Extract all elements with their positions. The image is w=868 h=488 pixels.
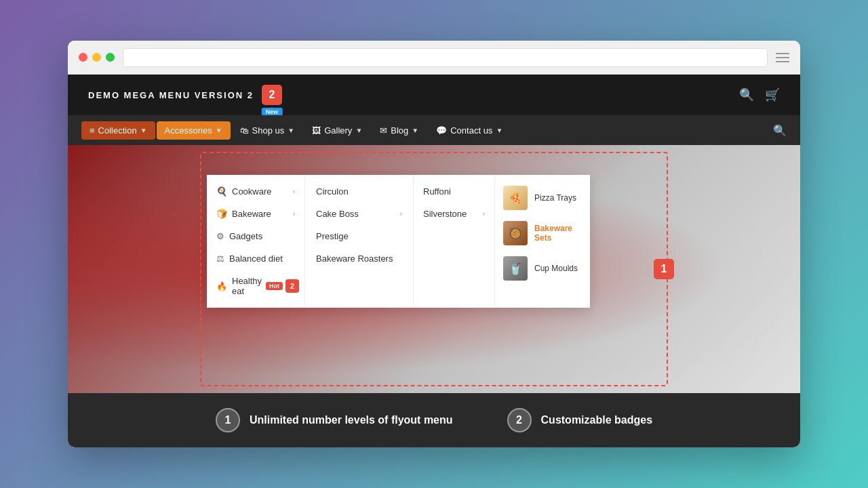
gallery-icon: 🖼 bbox=[312, 125, 321, 136]
balanced-diet-label: Balanced diet bbox=[229, 253, 283, 264]
nav-search-icon[interactable]: 🔍 bbox=[773, 124, 787, 137]
contact-icon: 💬 bbox=[436, 125, 447, 136]
nav-item-accessories[interactable]: Accessories ▼ bbox=[157, 121, 231, 140]
feature-num-1: 1 bbox=[216, 408, 240, 432]
balanced-diet-icon: ⚖ bbox=[216, 253, 224, 264]
circulon-label: Circulon bbox=[316, 186, 349, 197]
chevron-down-icon: ▼ bbox=[412, 127, 418, 134]
browser-chrome bbox=[68, 41, 800, 75]
nav-accessories-label: Accessories bbox=[165, 125, 212, 136]
nav-gallery-label: Gallery bbox=[324, 125, 352, 136]
bakeware-roasters-label: Bakeware Roasters bbox=[316, 253, 393, 264]
menu-col-categories: 🍳 Cookware ‹ 🍞 Bakeware › bbox=[207, 175, 305, 308]
feature-item-2: 2 Customizable badges bbox=[507, 408, 652, 432]
menu-item-silverstone[interactable]: Silverstone › bbox=[414, 203, 494, 225]
minimize-button[interactable] bbox=[92, 53, 101, 62]
menu-col-subbrands: Ruffoni Silverstone › bbox=[414, 175, 495, 308]
nav-item-collection[interactable]: ≡ Collection ▼ bbox=[81, 121, 155, 140]
menu-item-circulon[interactable]: Circulon bbox=[305, 180, 413, 203]
menu-item-prestige[interactable]: Prestige bbox=[305, 225, 413, 247]
nav-shopus-label: Shop us bbox=[252, 125, 285, 136]
nav-blog-label: Blog bbox=[391, 125, 408, 136]
bakeware-icon: 🍞 bbox=[216, 209, 227, 219]
chevron-right-icon: › bbox=[293, 210, 295, 218]
bakeware-label: Bakeware bbox=[232, 209, 271, 219]
cup-moulds-thumbnail: 🥤 bbox=[503, 256, 528, 281]
gadgets-icon: ⚙ bbox=[216, 231, 224, 241]
healthy-icon: 🔥 bbox=[216, 281, 227, 291]
maximize-button[interactable] bbox=[106, 53, 115, 62]
cookware-label: Cookware bbox=[232, 186, 272, 197]
menu-item-ruffoni[interactable]: Ruffoni bbox=[414, 180, 494, 203]
chevron-down-icon: ▼ bbox=[355, 127, 362, 134]
address-bar[interactable] bbox=[123, 48, 768, 67]
menu-item-balanced-diet[interactable]: ⚖ Balanced diet bbox=[207, 247, 304, 270]
chevron-right-icon: ‹ bbox=[293, 188, 295, 195]
menu-image-bakeware-sets[interactable]: 🥘 Bakeware Sets bbox=[495, 216, 590, 251]
site-header: DEMO MEGA MENU VERSION 2 2 New 🔍 🛒 bbox=[68, 75, 800, 115]
nav-item-shopus[interactable]: 🛍 Shop us ▼ bbox=[232, 121, 303, 140]
search-icon[interactable]: 🔍 bbox=[739, 87, 754, 102]
menu-item-bakeware[interactable]: 🍞 Bakeware › bbox=[207, 203, 304, 225]
nav-collection-label: Collection bbox=[98, 125, 137, 136]
menu-image-cup-moulds[interactable]: 🥤 Cup Moulds bbox=[495, 251, 590, 286]
hot-badge: Hot bbox=[266, 282, 283, 290]
menu-col-brands: Circulon Cake Boss › Prestige Bakeware R… bbox=[305, 175, 414, 308]
browser-window: DEMO MEGA MENU VERSION 2 2 New 🔍 🛒 ≡ Col… bbox=[68, 41, 800, 447]
blog-icon: ✉ bbox=[380, 125, 387, 136]
menu-image-pizza[interactable]: 🍕 Pizza Trays bbox=[495, 180, 590, 216]
gadgets-label: Gadgets bbox=[229, 231, 262, 241]
menu-item-cookware[interactable]: 🍳 Cookware ‹ bbox=[207, 180, 304, 203]
feature-item-1: 1 Unlimited number levels of flyout menu bbox=[216, 408, 453, 432]
cup-moulds-label: Cup Moulds bbox=[534, 264, 578, 273]
badge-number: 2 bbox=[262, 85, 282, 105]
chevron-down-icon: ▼ bbox=[140, 127, 147, 134]
traffic-lights bbox=[79, 53, 115, 62]
site-logo: DEMO MEGA MENU VERSION 2 bbox=[88, 90, 254, 100]
bakeware-thumbnail: 🥘 bbox=[503, 221, 528, 245]
menu-item-healthy-eat[interactable]: 🔥 Healthy eat Hot 2 bbox=[207, 270, 304, 302]
cakeboss-label: Cake Boss bbox=[316, 209, 359, 219]
header-icons: 🔍 🛒 bbox=[739, 87, 780, 102]
cookware-icon: 🍳 bbox=[216, 186, 227, 197]
mega-menu[interactable]: 🍳 Cookware ‹ 🍞 Bakeware › bbox=[207, 175, 590, 308]
grid-icon: ≡ bbox=[90, 125, 95, 136]
chevron-right-icon: › bbox=[483, 210, 485, 218]
shop-icon: 🛍 bbox=[240, 125, 249, 136]
site-content: DEMO MEGA MENU VERSION 2 2 New 🔍 🛒 ≡ Col… bbox=[68, 75, 800, 447]
nav-item-contact[interactable]: 💬 Contact us ▼ bbox=[428, 121, 511, 140]
badge-1-indicator: 1 bbox=[654, 259, 674, 279]
cart-icon[interactable]: 🛒 bbox=[765, 87, 780, 102]
nav-item-gallery[interactable]: 🖼 Gallery ▼ bbox=[304, 121, 370, 140]
badge-2-small: 2 bbox=[285, 279, 299, 293]
chevron-down-icon: ▼ bbox=[496, 127, 502, 134]
chevron-down-icon: ▼ bbox=[288, 127, 294, 134]
feature-num-2: 2 bbox=[507, 408, 532, 432]
pizza-trays-label: Pizza Trays bbox=[534, 193, 576, 203]
menu-item-cakeboss[interactable]: Cake Boss › bbox=[305, 203, 413, 225]
nav-contact-label: Contact us bbox=[450, 125, 492, 136]
silverstone-label: Silverstone bbox=[423, 209, 467, 219]
browser-menu-icon[interactable] bbox=[776, 53, 789, 62]
feature-text-1: Unlimited number levels of flyout menu bbox=[250, 414, 453, 426]
pizza-thumbnail: 🍕 bbox=[503, 186, 528, 210]
site-nav: ≡ Collection ▼ Accessories ▼ 🛍 Shop us ▼… bbox=[68, 115, 800, 145]
badge-container: 2 New bbox=[262, 85, 282, 105]
site-hero: 1 🍳 Cookware ‹ 🍞 Bakewar bbox=[68, 145, 800, 393]
menu-col-images: 🍕 Pizza Trays 🥘 Bakeware Sets 🥤 Cup Moul… bbox=[495, 175, 590, 308]
bakeware-sets-label: Bakeware Sets bbox=[534, 224, 582, 243]
nav-item-blog[interactable]: ✉ Blog ▼ bbox=[372, 121, 427, 140]
healthy-label: Healthy eat bbox=[232, 276, 262, 296]
chevron-down-icon: ▼ bbox=[216, 127, 222, 134]
ruffoni-label: Ruffoni bbox=[423, 186, 451, 197]
prestige-label: Prestige bbox=[316, 231, 349, 241]
menu-item-gadgets[interactable]: ⚙ Gadgets bbox=[207, 225, 304, 247]
chevron-right-icon: › bbox=[400, 210, 402, 218]
feature-bar: 1 Unlimited number levels of flyout menu… bbox=[68, 393, 800, 447]
feature-text-2: Customizable badges bbox=[541, 414, 652, 426]
close-button[interactable] bbox=[79, 53, 87, 62]
menu-item-bakeware-roasters[interactable]: Bakeware Roasters bbox=[305, 247, 413, 270]
